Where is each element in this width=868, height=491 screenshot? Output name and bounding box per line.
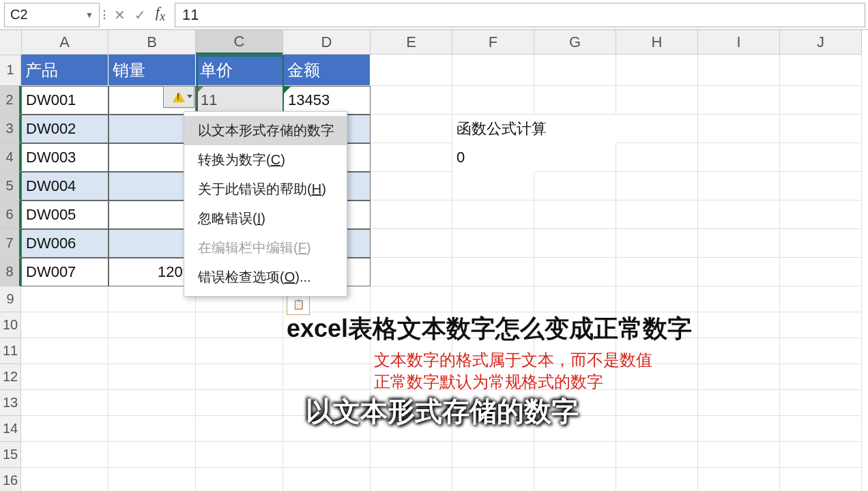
cell-D1[interactable]: 金额 [283, 55, 371, 86]
cell-E1[interactable] [371, 55, 452, 86]
cell-G8[interactable] [534, 258, 616, 286]
column-header-E[interactable]: E [371, 30, 452, 55]
row-header-5[interactable]: 5 [0, 172, 21, 200]
column-header-C[interactable]: C [196, 30, 283, 55]
cell-H4[interactable] [616, 143, 698, 172]
cell-E2[interactable] [371, 86, 452, 115]
cell-G1[interactable] [534, 55, 616, 86]
cell-B3[interactable] [108, 115, 196, 143]
cell-J7[interactable] [780, 229, 862, 258]
cell-B11[interactable] [108, 338, 196, 364]
cell-G7[interactable] [534, 229, 616, 258]
row-header-1[interactable]: 1 [0, 55, 21, 86]
cell-J10[interactable] [780, 312, 862, 338]
column-header-G[interactable]: G [534, 30, 616, 55]
cell-H7[interactable] [616, 229, 698, 258]
cell-A3[interactable]: DW002 [21, 115, 108, 143]
cell-F2[interactable] [452, 86, 534, 115]
cell-H9[interactable] [616, 286, 698, 312]
cell-E16[interactable] [371, 468, 452, 491]
cell-D2[interactable]: 13453 [283, 86, 371, 115]
cell-A7[interactable]: DW006 [21, 229, 108, 258]
cell-I11[interactable] [698, 338, 780, 364]
cell-E8[interactable] [371, 258, 452, 286]
cell-C11[interactable] [196, 338, 283, 364]
cell-J13[interactable] [780, 390, 862, 416]
error-indicator-button[interactable] [163, 86, 194, 108]
cell-B4[interactable] [108, 143, 196, 172]
cell-H8[interactable] [616, 258, 698, 286]
cell-G2[interactable] [534, 86, 616, 115]
cell-G5[interactable] [534, 172, 616, 200]
cell-J5[interactable] [780, 172, 862, 200]
cell-H3[interactable] [616, 115, 698, 143]
cell-F3[interactable]: 函数公式计算 [452, 115, 616, 143]
cell-B12[interactable] [108, 364, 196, 390]
cell-B10[interactable] [108, 312, 196, 338]
cell-B14[interactable] [108, 416, 196, 442]
cell-A14[interactable] [21, 416, 108, 442]
cell-J6[interactable] [780, 200, 862, 229]
cell-I10[interactable] [698, 312, 780, 338]
cell-J12[interactable] [780, 364, 862, 390]
row-header-7[interactable]: 7 [0, 229, 21, 258]
formula-input[interactable]: 11 [175, 3, 865, 27]
cell-A9[interactable] [21, 286, 108, 312]
column-header-I[interactable]: I [698, 30, 780, 55]
cell-A6[interactable]: DW005 [21, 200, 108, 229]
column-header-H[interactable]: H [616, 30, 698, 55]
row-header-9[interactable]: 9 [0, 286, 21, 312]
cell-E4[interactable] [371, 143, 452, 172]
cell-J2[interactable] [780, 86, 862, 115]
cancel-formula-button[interactable]: ✕ [109, 3, 130, 27]
cell-I8[interactable] [698, 258, 780, 286]
cell-J8[interactable] [780, 258, 862, 286]
cell-H15[interactable] [616, 442, 698, 468]
cell-A8[interactable]: DW007 [21, 258, 108, 286]
name-box-dropdown-icon[interactable]: ▼ [85, 10, 93, 20]
cell-B6[interactable] [108, 200, 196, 229]
cell-G15[interactable] [534, 442, 616, 468]
row-header-15[interactable]: 15 [0, 442, 21, 468]
cell-E15[interactable] [371, 442, 452, 468]
cell-C16[interactable] [196, 468, 283, 491]
cell-I14[interactable] [698, 416, 780, 442]
cell-H14[interactable] [616, 416, 698, 442]
row-header-10[interactable]: 10 [0, 312, 21, 338]
cell-F9[interactable] [452, 286, 534, 312]
cell-C13[interactable] [196, 390, 283, 416]
name-box[interactable]: C2 ▼ [4, 3, 100, 27]
cell-J15[interactable] [780, 442, 862, 468]
cell-A16[interactable] [21, 468, 108, 491]
select-all-corner[interactable] [0, 30, 22, 55]
cell-G9[interactable] [534, 286, 616, 312]
cell-B1[interactable]: 销量 [108, 55, 196, 86]
row-header-13[interactable]: 13 [0, 390, 21, 416]
cell-D15[interactable] [283, 442, 371, 468]
ctx-item-1[interactable]: 转换为数字(C) [184, 145, 347, 175]
cell-I16[interactable] [698, 468, 780, 491]
cell-B8[interactable]: 1209 [108, 258, 196, 286]
cell-C12[interactable] [196, 364, 283, 390]
accept-formula-button[interactable]: ✓ [130, 3, 150, 27]
cell-A2[interactable]: DW001 [21, 86, 108, 115]
cell-A4[interactable]: DW003 [21, 143, 108, 172]
column-header-D[interactable]: D [283, 30, 371, 55]
cell-C15[interactable] [196, 442, 283, 468]
cell-E6[interactable] [371, 200, 452, 229]
cell-F15[interactable] [452, 442, 534, 468]
cell-G16[interactable] [534, 468, 616, 491]
row-header-8[interactable]: 8 [0, 258, 21, 286]
cell-J14[interactable] [780, 416, 862, 442]
cell-A10[interactable] [21, 312, 108, 338]
cell-I15[interactable] [698, 442, 780, 468]
cell-J3[interactable] [780, 115, 862, 143]
ctx-item-5[interactable]: 错误检查选项(O)... [184, 263, 347, 292]
cell-F16[interactable] [452, 468, 534, 491]
column-header-B[interactable]: B [108, 30, 196, 55]
ctx-item-3[interactable]: 忽略错误(I) [184, 204, 347, 233]
column-header-J[interactable]: J [780, 30, 862, 55]
cell-I13[interactable] [698, 390, 780, 416]
cell-J11[interactable] [780, 338, 862, 364]
cell-A12[interactable] [21, 364, 108, 390]
